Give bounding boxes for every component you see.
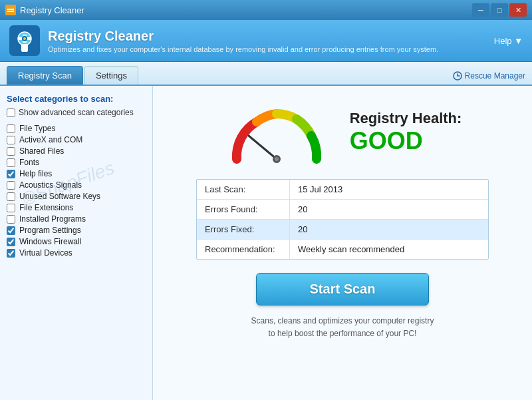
category-item-7[interactable]: File Extensions	[7, 203, 146, 212]
category-label-9: Program Settings	[19, 226, 81, 235]
app-title-block: Registry Cleaner Optimizes and fixes you…	[48, 29, 438, 53]
category-checkbox-0[interactable]	[7, 124, 15, 133]
show-advanced-label: Show advanced scan categories	[19, 108, 134, 117]
tab-settings[interactable]: Settings	[84, 66, 138, 85]
app-icon	[5, 5, 16, 15]
right-panel: Registry Health: GOOD Last Scan:15 Jul 2…	[153, 86, 532, 400]
category-checkbox-2[interactable]	[7, 147, 15, 156]
category-item-10[interactable]: Windows Firewall	[7, 237, 146, 246]
app-header-left: Registry Cleaner Optimizes and fixes you…	[9, 25, 438, 56]
titlebar-left: Registry Cleaner	[5, 5, 84, 15]
left-panel: Select categories to scan: Show advanced…	[0, 86, 153, 400]
category-label-4: Help files	[19, 169, 52, 178]
category-item-2[interactable]: Shared Files	[7, 146, 146, 156]
main-content: Select categories to scan: Show advanced…	[0, 86, 532, 400]
stats-table: Last Scan:15 Jul 2013Errors Found:20Erro…	[196, 179, 489, 260]
stats-label-2: Errors Fixed:	[197, 220, 290, 239]
show-advanced-checkbox-label[interactable]: Show advanced scan categories	[7, 108, 146, 117]
close-button[interactable]: ✕	[509, 3, 527, 17]
category-label-8: Installed Programs	[19, 214, 86, 224]
category-label-5: Acoustics Signals	[19, 180, 82, 190]
category-checkbox-11[interactable]	[7, 249, 15, 258]
category-checkbox-10[interactable]	[7, 238, 15, 246]
stats-label-0: Last Scan:	[197, 180, 290, 199]
scan-desc-line2: to help boost the performance of your PC…	[251, 327, 434, 340]
stats-value-1: 20	[290, 200, 315, 219]
health-block: Registry Health: GOOD	[350, 110, 462, 155]
stats-value-3: Weekly scan recommended	[290, 240, 412, 259]
scan-description: Scans, cleans and optimizes your compute…	[251, 315, 434, 340]
category-list: File TypesActiveX and COMShared FilesFon…	[7, 124, 146, 258]
app-logo	[9, 25, 40, 56]
help-button[interactable]: Help ▼	[494, 36, 523, 46]
category-item-11[interactable]: Virtual Devices	[7, 248, 146, 258]
svg-rect-5	[21, 44, 28, 52]
category-checkbox-1[interactable]	[7, 136, 15, 144]
tab-bar: Registry Scan Settings Rescue Manager	[0, 62, 532, 86]
category-item-0[interactable]: File Types	[7, 124, 146, 133]
category-item-4[interactable]: Help files	[7, 169, 146, 178]
category-checkbox-3[interactable]	[7, 158, 15, 167]
stats-row-0: Last Scan:15 Jul 2013	[197, 180, 488, 200]
scan-desc-line1: Scans, cleans and optimizes your compute…	[251, 315, 434, 327]
category-checkbox-8[interactable]	[7, 215, 15, 224]
titlebar: Registry Cleaner ─ □ ✕	[0, 0, 532, 20]
stats-label-3: Recommendation:	[197, 240, 290, 259]
svg-point-13	[275, 157, 279, 161]
health-status: GOOD	[350, 127, 462, 155]
tabs: Registry Scan Settings	[7, 66, 138, 85]
category-checkbox-6[interactable]	[7, 192, 15, 201]
window-controls: ─ □ ✕	[472, 3, 527, 17]
start-scan-button[interactable]: Start Scan	[256, 273, 430, 305]
category-item-6[interactable]: Unused Software Keys	[7, 192, 146, 201]
rescue-manager-button[interactable]: Rescue Manager	[453, 71, 525, 85]
minimize-button[interactable]: ─	[472, 3, 489, 17]
svg-line-11	[249, 136, 277, 159]
category-label-0: File Types	[19, 124, 55, 133]
svg-rect-2	[7, 11, 14, 12]
stats-row-2: Errors Fixed:20	[197, 220, 488, 240]
category-label-10: Windows Firewall	[19, 237, 81, 246]
app-title: Registry Cleaner	[48, 29, 438, 44]
app-header: Registry Cleaner Optimizes and fixes you…	[0, 20, 532, 62]
category-item-3[interactable]: Fonts	[7, 158, 146, 167]
category-label-6: Unused Software Keys	[19, 192, 100, 201]
category-checkbox-4[interactable]	[7, 170, 15, 178]
window-title: Registry Cleaner	[20, 5, 84, 15]
stats-row-1: Errors Found:20	[197, 200, 488, 220]
category-item-1[interactable]: ActiveX and COM	[7, 135, 146, 144]
gauge-health-row: Registry Health: GOOD	[223, 99, 462, 166]
category-label-3: Fonts	[19, 158, 39, 167]
gauge-container	[223, 99, 330, 166]
category-item-8[interactable]: Installed Programs	[7, 214, 146, 224]
stats-value-0: 15 Jul 2013	[290, 180, 350, 199]
category-item-5[interactable]: Acoustics Signals	[7, 180, 146, 190]
category-checkbox-5[interactable]	[7, 181, 15, 190]
show-advanced-checkbox[interactable]	[7, 108, 15, 117]
registry-health-label: Registry Health:	[350, 110, 462, 127]
category-label-1: ActiveX and COM	[19, 135, 82, 144]
stats-value-2: 20	[290, 220, 315, 239]
gauge-svg	[223, 99, 330, 166]
category-label-2: Shared Files	[19, 146, 64, 156]
category-label-11: Virtual Devices	[19, 248, 72, 258]
category-label-7: File Extensions	[19, 203, 73, 212]
select-categories-label: Select categories to scan:	[7, 94, 146, 104]
tab-registry-scan[interactable]: Registry Scan	[7, 66, 83, 85]
category-checkbox-9[interactable]	[7, 226, 15, 235]
svg-point-9	[23, 37, 26, 40]
app-subtitle: Optimizes and fixes your computer's inte…	[48, 45, 438, 53]
rescue-icon	[453, 71, 462, 81]
category-checkbox-7[interactable]	[7, 204, 15, 212]
svg-rect-1	[7, 9, 14, 10]
stats-row-3: Recommendation:Weekly scan recommended	[197, 240, 488, 259]
stats-label-1: Errors Found:	[197, 200, 290, 219]
rescue-manager-label: Rescue Manager	[465, 71, 525, 81]
category-item-9[interactable]: Program Settings	[7, 226, 146, 235]
maximize-button[interactable]: □	[491, 3, 508, 17]
